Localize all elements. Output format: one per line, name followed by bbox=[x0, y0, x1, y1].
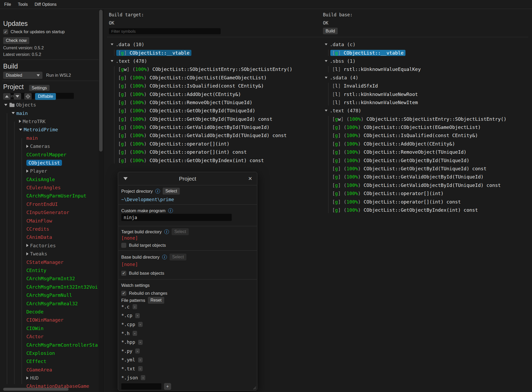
symbol-CObjectList::RemoveObject(TUniqueId)[interactable]: [g] (100%) CObjectList::RemoveObject(TUn… bbox=[105, 98, 325, 107]
symbol-CObjectList::RemoveObject(TUniqueId)[interactable]: [g] (100%) CObjectList::RemoveObject(TUn… bbox=[320, 148, 532, 156]
chevron-down-icon[interactable] bbox=[4, 104, 7, 106]
tree-item-CAxisAngle[interactable]: CAxisAngle bbox=[0, 175, 99, 183]
remove-pattern-button[interactable]: - bbox=[138, 357, 143, 362]
tree-item-main[interactable]: main bbox=[0, 109, 99, 117]
symbol-CObjectList::IsQualified(const CEntity&)[interactable]: [g] (100%) CObjectList::IsQualified(cons… bbox=[320, 131, 532, 139]
add-pattern-button[interactable]: + bbox=[164, 383, 171, 390]
project-directory-select-button[interactable]: Select bbox=[163, 188, 180, 195]
symbol-CObjectList::GetValidObjectById(TUniqueId)[interactable]: [g] (100%) CObjectList::GetValidObjectBy… bbox=[320, 173, 532, 181]
chevron-down-icon[interactable] bbox=[325, 43, 327, 45]
tree-item-CFrontEndUI[interactable]: CFrontEndUI bbox=[0, 200, 99, 208]
build-target-objects-checkbox[interactable]: ✓ bbox=[121, 243, 126, 248]
chevron-right-icon[interactable] bbox=[26, 145, 28, 148]
chevron-down-icon[interactable] bbox=[325, 110, 327, 112]
new-pattern-input[interactable] bbox=[121, 383, 161, 390]
tree-item-CArchMsgParmReal32[interactable]: CArchMsgParmReal32 bbox=[0, 299, 99, 307]
check-startup-row[interactable]: ✓ Check for updates on startup bbox=[3, 29, 65, 34]
tree-item-MetroidPrime[interactable]: MetroidPrime bbox=[0, 125, 99, 134]
dialog-titlebar[interactable]: Project ✕ bbox=[118, 172, 257, 185]
section-.data[interactable]: .data (c) bbox=[320, 40, 532, 49]
tree-item-main[interactable]: main bbox=[0, 134, 99, 142]
diffable-toggle[interactable]: Diffable bbox=[35, 93, 56, 100]
tree-item-CArchMsgParmControllerSta[interactable]: CArchMsgParmControllerSta bbox=[0, 341, 99, 349]
section-.text[interactable]: .text (478) bbox=[105, 57, 325, 65]
symbol-CObjectList::IsQualified(const CEntity&)[interactable]: [g] (100%) CObjectList::IsQualified(cons… bbox=[105, 82, 325, 90]
build-button[interactable]: Build bbox=[323, 28, 338, 34]
build-base-objects-row[interactable]: ✓ Build base objects bbox=[121, 269, 254, 277]
symbol-CObjectList::SObjectListEntry::SObjectListEntry()[interactable]: [gw] (100%) CObjectList::SObjectListEntr… bbox=[105, 65, 325, 73]
tree-item-CArchMsgParmUserInput[interactable]: CArchMsgParmUserInput bbox=[0, 192, 99, 200]
menu-file[interactable]: File bbox=[4, 2, 11, 7]
section-.sbss[interactable]: .sbss (1) bbox=[320, 57, 532, 65]
section-.data[interactable]: .data (10) bbox=[105, 40, 325, 49]
tree-item-CCredits[interactable]: CCredits bbox=[0, 225, 99, 233]
tree-item-CActor[interactable]: CActor bbox=[0, 332, 99, 341]
remove-pattern-button[interactable]: - bbox=[138, 322, 143, 327]
check-now-button[interactable]: Check now bbox=[3, 37, 29, 44]
symbol-rstl::kUnknownValueNewRoot[interactable]: [l] rstl::kUnknownValueNewRoot bbox=[320, 90, 532, 98]
section-.text[interactable]: .text (478) bbox=[320, 107, 532, 115]
tree-item-CEulerAngles[interactable]: CEulerAngles bbox=[0, 183, 99, 192]
tree-item-CEntity[interactable]: CEntity bbox=[0, 266, 99, 274]
tree-item-CArchMsgParmInt32Int32Voi[interactable]: CArchMsgParmInt32Int32Voi bbox=[0, 283, 99, 291]
tree-item-CInputGenerator[interactable]: CInputGenerator bbox=[0, 208, 99, 216]
chevron-down-icon[interactable] bbox=[325, 60, 327, 62]
chevron-right-icon[interactable] bbox=[26, 170, 28, 173]
symbol-CObjectList::SObjectListEntry::SObjectListEntry()[interactable]: [gw] (100%) CObjectList::SObjectListEntr… bbox=[320, 115, 532, 123]
symbol-CObjectList::AddObject(CEntity&)[interactable]: [g] (100%) CObjectList::AddObject(CEntit… bbox=[105, 90, 325, 98]
tree-item-CArchMsgParmNull[interactable]: CArchMsgParmNull bbox=[0, 291, 99, 299]
symbol-CObjectList::GetValidObjectById(TUniqueId)[interactable]: [g] (100%) CObjectList::GetValidObjectBy… bbox=[105, 123, 325, 131]
symbol-rstl::kUnknownValueEqualKey[interactable]: [l] rstl::kUnknownValueEqualKey bbox=[320, 65, 532, 73]
tree-item-CStateManager[interactable]: CStateManager bbox=[0, 258, 99, 266]
tree-item-CIOWinManager[interactable]: CIOWinManager bbox=[0, 316, 99, 324]
menu-tools[interactable]: Tools bbox=[18, 2, 28, 7]
tree-item-Tweaks[interactable]: Tweaks bbox=[0, 250, 99, 258]
remove-pattern-button[interactable]: - bbox=[141, 375, 145, 380]
symbol-CObjectList::GetObjectByIndex(int) const[interactable]: [g] (100%) CObjectList::GetObjectByIndex… bbox=[105, 156, 325, 164]
tree-item-Decode[interactable]: Decode bbox=[0, 308, 99, 316]
tree-item-MetroTRK[interactable]: MetroTRK bbox=[0, 117, 99, 125]
section-.sdata[interactable]: .sdata (4) bbox=[320, 74, 532, 82]
tree-item-HUD[interactable]: HUD bbox=[0, 374, 99, 382]
chevron-right-icon[interactable] bbox=[26, 252, 28, 255]
chevron-down-icon[interactable] bbox=[325, 77, 327, 79]
custom-make-input[interactable] bbox=[121, 214, 232, 221]
chevron-right-icon[interactable] bbox=[26, 244, 28, 247]
remove-pattern-button[interactable]: - bbox=[138, 340, 143, 345]
tree-item-Factories[interactable]: Factories bbox=[0, 241, 99, 250]
build-target-objects-row[interactable]: ✓ Build target objects bbox=[121, 241, 254, 249]
symbol-CObjectList::operator[](int)[interactable]: [g] (100%) CObjectList::operator[](int) bbox=[105, 140, 325, 148]
symbol-CObjectList::GetObjectById(TUniqueId) const[interactable]: [g] (100%) CObjectList::GetObjectById(TU… bbox=[320, 164, 532, 173]
tree-item-Player[interactable]: Player bbox=[0, 167, 99, 175]
symbol-CObjectList::GetObjectById(TUniqueId)[interactable]: [g] (100%) CObjectList::GetObjectById(TU… bbox=[105, 107, 325, 115]
base-build-dir-select-button[interactable]: Select bbox=[170, 254, 186, 260]
tree-item-CAnimData[interactable]: CAnimData bbox=[0, 233, 99, 241]
tree-item-CGameArea[interactable]: CGameArea bbox=[0, 366, 99, 374]
symbol-CObjectList::operator[](int) const[interactable]: [g] (100%) CObjectList::operator[](int) … bbox=[320, 197, 532, 206]
collapse-all-button[interactable] bbox=[3, 93, 11, 100]
symbol-CObjectList::__vtable[interactable]: [g] CObjectList::__vtable bbox=[320, 49, 532, 57]
symbol-filter-input[interactable] bbox=[109, 28, 221, 34]
rebuild-on-changes-row[interactable]: ✓ Rebuild on changes bbox=[121, 289, 254, 297]
tree-item-Cameras[interactable]: Cameras bbox=[0, 142, 99, 150]
chevron-right-icon[interactable] bbox=[19, 120, 21, 123]
symbol-rstl::kUnknownValueNewItem[interactable]: [l] rstl::kUnknownValueNewItem bbox=[320, 98, 532, 107]
chevron-down-icon[interactable] bbox=[111, 60, 113, 62]
symbol-CObjectList::GetObjectById(TUniqueId) const[interactable]: [g] (100%) CObjectList::GetObjectById(TU… bbox=[105, 115, 325, 123]
resize-handle[interactable] bbox=[253, 386, 256, 390]
tree-item-CObjectList[interactable]: CObjectList bbox=[0, 159, 99, 167]
symbol-CObjectList::__vtable[interactable]: [g] CObjectList::__vtable bbox=[105, 49, 325, 57]
remove-pattern-button[interactable]: - bbox=[138, 366, 143, 371]
project-settings-button[interactable]: Settings bbox=[29, 85, 50, 91]
symbol-CObjectList::AddObject(CEntity&)[interactable]: [g] (100%) CObjectList::AddObject(CEntit… bbox=[320, 140, 532, 148]
symbol-CObjectList::operator[](int)[interactable]: [g] (100%) CObjectList::operator[](int) bbox=[320, 189, 532, 197]
chevron-right-icon[interactable] bbox=[26, 376, 28, 380]
remove-pattern-button[interactable]: - bbox=[135, 349, 140, 354]
remove-pattern-button[interactable]: - bbox=[133, 331, 137, 336]
symbol-InvalidSfxId[interactable]: [l] InvalidSfxId bbox=[320, 82, 532, 90]
rebuild-on-changes-checkbox[interactable]: ✓ bbox=[121, 291, 126, 296]
expand-all-button[interactable] bbox=[14, 93, 21, 100]
build-mode-dropdown[interactable]: Disabled bbox=[3, 72, 42, 79]
tree-item-CEffect[interactable]: CEffect bbox=[0, 357, 99, 365]
tree-item-CControlMapper[interactable]: CControlMapper bbox=[0, 150, 99, 158]
